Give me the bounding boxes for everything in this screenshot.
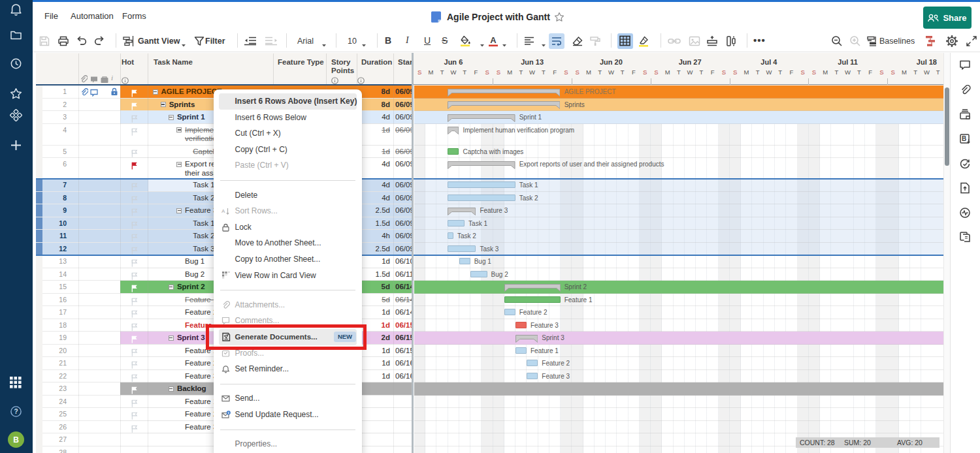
svg-text:?: ? [14, 408, 18, 415]
svg-text:A: A [221, 208, 225, 214]
svg-text:A: A [490, 35, 497, 45]
svg-text:B: B [962, 135, 966, 142]
